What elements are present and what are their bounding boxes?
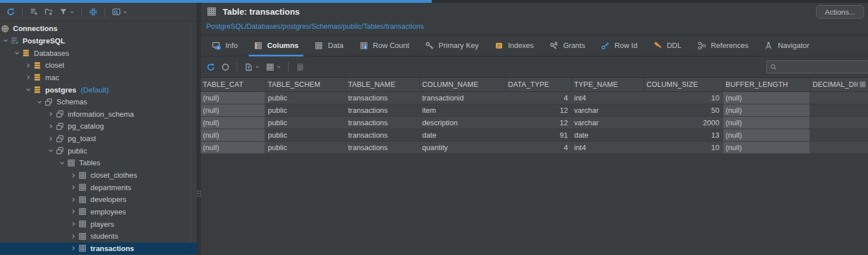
cell-table-name[interactable]: transactions xyxy=(346,117,420,129)
filter-button[interactable] xyxy=(57,6,77,18)
cell-table-cat[interactable]: (null) xyxy=(201,129,266,141)
sidebar-item-players[interactable]: players xyxy=(0,218,197,230)
sidebar-item-postgres[interactable]: postgres(Default) xyxy=(0,83,197,96)
cell-type-name[interactable]: varchar xyxy=(572,117,644,129)
refresh-grid-button[interactable] xyxy=(204,61,218,73)
chevron-down-icon[interactable] xyxy=(1,37,10,44)
add-folder-button[interactable] xyxy=(42,6,55,18)
chevron-right-icon[interactable] xyxy=(46,111,55,117)
chevron-right-icon[interactable] xyxy=(46,123,55,130)
chevron-down-icon[interactable] xyxy=(57,160,67,166)
export-button[interactable] xyxy=(242,61,262,73)
sidebar-item-schemas[interactable]: Schemas xyxy=(0,96,197,108)
tab-ddl[interactable]: DDL xyxy=(645,35,689,56)
cell-table-cat[interactable]: (null) xyxy=(201,92,266,104)
chevron-down-icon[interactable] xyxy=(34,99,44,105)
cell-table-name[interactable]: transactions xyxy=(346,129,420,141)
sidebar-item-departments[interactable]: departments xyxy=(0,181,197,194)
chevron-right-icon[interactable] xyxy=(68,184,78,191)
cell-data-type[interactable]: 12 xyxy=(506,104,572,116)
column-chooser-icon[interactable] xyxy=(858,81,867,88)
sidebar-item-databases[interactable]: Databases xyxy=(0,47,197,59)
cell-column-size[interactable]: 50 xyxy=(644,104,723,116)
cell-decimal-dig[interactable] xyxy=(810,104,868,116)
tab-columns[interactable]: Columns xyxy=(246,35,307,56)
divider-drag-handle-icon[interactable] xyxy=(195,190,203,197)
tab-primary-key[interactable]: Primary Key xyxy=(417,35,487,56)
tab-references[interactable]: References xyxy=(689,35,756,56)
chevron-right-icon[interactable] xyxy=(23,74,33,81)
cell-table-name[interactable]: transactions xyxy=(346,104,420,116)
column-header-table-schem[interactable]: TABLE_SCHEM xyxy=(266,78,346,91)
chevron-right-icon[interactable] xyxy=(23,62,33,69)
preview-button[interactable] xyxy=(110,6,130,18)
panel-divider[interactable] xyxy=(197,3,201,255)
cell-column-size[interactable]: 10 xyxy=(644,92,723,104)
cell-column-name[interactable]: transactionid xyxy=(420,92,506,104)
cell-column-size[interactable]: 10 xyxy=(644,142,723,153)
cell-table-schem[interactable]: public xyxy=(266,117,346,129)
cell-column-name[interactable]: quantity xyxy=(420,142,506,153)
column-header-column-name[interactable]: COLUMN_NAME xyxy=(420,78,506,91)
search-input[interactable] xyxy=(779,63,860,71)
sidebar-item-closet-clothes[interactable]: closet_clothes xyxy=(0,169,197,182)
cell-table-schem[interactable]: public xyxy=(266,92,346,104)
cell-buffer-length[interactable]: (null) xyxy=(723,104,810,116)
chevron-right-icon[interactable] xyxy=(68,196,78,203)
breadcrumb[interactable]: PostgreSQL/Databases/postgres/Schemas/pu… xyxy=(201,20,868,35)
grid-options-button[interactable] xyxy=(263,61,284,73)
stop-button[interactable] xyxy=(219,61,232,73)
cell-table-cat[interactable]: (null) xyxy=(201,104,266,116)
cell-table-schem[interactable]: public xyxy=(266,104,346,116)
cell-data-type[interactable]: 4 xyxy=(506,92,572,104)
cell-decimal-dig[interactable] xyxy=(810,142,868,153)
cell-column-size[interactable]: 13 xyxy=(644,129,723,141)
cell-buffer-length[interactable]: (null) xyxy=(723,117,810,129)
tab-navigator[interactable]: Navigator xyxy=(756,35,817,56)
chevron-right-icon[interactable] xyxy=(68,245,78,252)
tab-grants[interactable]: Grants xyxy=(541,35,593,56)
add-item-button[interactable] xyxy=(27,6,41,18)
column-header-type-name[interactable]: TYPE_NAME xyxy=(572,78,644,91)
sidebar-item-pg-toast[interactable]: pg_toast xyxy=(0,133,197,145)
sidebar-item-employees[interactable]: employees xyxy=(0,206,197,218)
cell-decimal-dig[interactable] xyxy=(810,117,868,129)
chevron-down-icon[interactable] xyxy=(46,147,55,154)
cell-column-size[interactable]: 2000 xyxy=(644,117,723,129)
calculate-button[interactable] xyxy=(293,61,307,73)
tab-data[interactable]: Data xyxy=(306,35,351,56)
refresh-button[interactable] xyxy=(4,6,18,18)
cell-type-name[interactable]: varchar xyxy=(572,104,644,116)
cell-column-name[interactable]: description xyxy=(420,117,506,129)
chevron-right-icon[interactable] xyxy=(68,172,78,179)
sidebar-item-developers[interactable]: developers xyxy=(0,194,197,206)
cell-column-name[interactable]: date xyxy=(420,129,506,141)
tab-indexes[interactable]: Indexes xyxy=(487,35,542,56)
chevron-right-icon[interactable] xyxy=(68,208,78,215)
column-header-column-size[interactable]: COLUMN_SIZE xyxy=(644,78,723,91)
collapse-all-button[interactable] xyxy=(86,6,100,18)
cell-buffer-length[interactable]: (null) xyxy=(723,129,810,141)
cell-data-type[interactable]: 12 xyxy=(506,117,572,129)
sidebar-item-students[interactable]: students xyxy=(0,230,197,243)
chevron-right-icon[interactable] xyxy=(68,221,78,227)
cell-decimal-dig[interactable] xyxy=(810,129,868,141)
cell-buffer-length[interactable]: (null) xyxy=(723,92,810,104)
tab-row-id[interactable]: Row Id xyxy=(593,35,645,56)
sidebar-item-mac[interactable]: mac xyxy=(0,72,197,84)
sidebar-item-closet[interactable]: closet xyxy=(0,59,197,72)
sidebar-item-pg-catalog[interactable]: pg_catalog xyxy=(0,120,197,133)
cell-table-cat[interactable]: (null) xyxy=(201,117,266,129)
cell-table-schem[interactable]: public xyxy=(266,129,346,141)
tab-row-count[interactable]: Row Count xyxy=(351,35,417,56)
sidebar-item-transactions[interactable]: transactions xyxy=(0,243,197,255)
sidebar-item-tables[interactable]: Tables xyxy=(0,157,197,169)
chevron-right-icon[interactable] xyxy=(46,135,55,142)
chevron-right-icon[interactable] xyxy=(68,233,78,240)
column-header-buffer-length[interactable]: BUFFER_LENGTH xyxy=(723,78,810,91)
cell-decimal-dig[interactable] xyxy=(810,92,868,104)
tab-info[interactable]: Info xyxy=(204,35,246,56)
chevron-down-icon[interactable] xyxy=(23,86,33,93)
cell-type-name[interactable]: int4 xyxy=(572,92,644,104)
cell-table-schem[interactable]: public xyxy=(266,142,346,153)
